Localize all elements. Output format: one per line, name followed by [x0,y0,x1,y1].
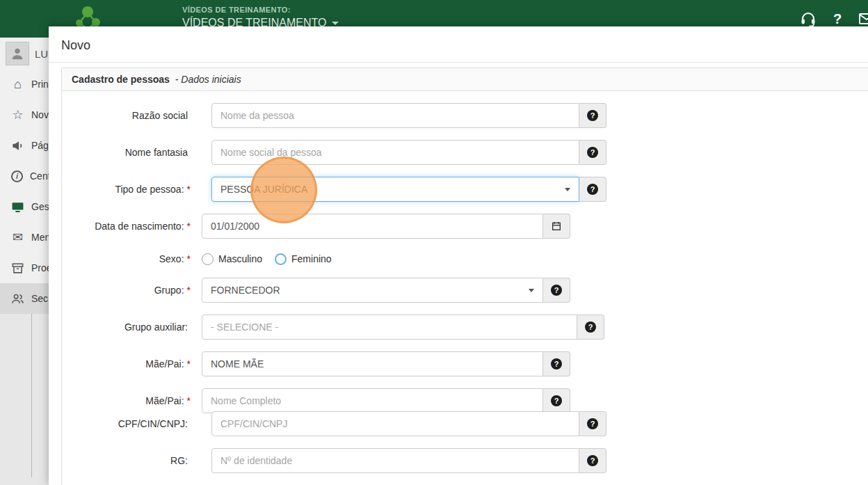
radio-icon [275,253,287,265]
training-videos-eyebrow: VÍDEOS DE TREINAMENTO: [182,6,339,14]
help-button[interactable]: ? [579,140,606,165]
help-button[interactable]: ? [579,411,606,436]
star-icon: ☆ [11,109,24,122]
question-icon: ? [551,395,562,406]
sidebar-item-mensagens[interactable]: ✉ Men [0,222,56,253]
radio-icon [202,253,214,265]
calendar-button[interactable] [543,214,570,239]
users-icon [11,292,24,305]
sidebar: LU ⌂ Prin ☆ Novo Pági i Cent Ges ✉ [0,38,56,485]
avatar [6,42,29,65]
sidebar-item-processos[interactable]: Proe [0,253,56,283]
cpf-label: CPF/CIN/CNPJ: [62,418,191,429]
question-icon: ? [585,321,596,333]
grupo-auxiliar-input[interactable] [202,315,577,340]
data-nascimento-input[interactable] [202,214,543,239]
megaphone-icon [11,139,24,152]
mail-icon[interactable] [858,10,868,27]
mae-pai-input-2[interactable] [202,388,543,413]
archive-icon [11,262,24,275]
data-nascimento-label: Data de nascimento:* [62,221,191,232]
user-profile[interactable]: LU [6,42,48,65]
help-button[interactable]: ? [579,448,606,473]
razao-social-label: Razão social [62,110,191,121]
sidebar-item-secretaria[interactable]: Sec [0,283,56,314]
user-name: LU [35,48,48,60]
help-button[interactable]: ? [543,351,570,376]
info-icon: i [11,170,23,182]
form-row-mae-pai-1: Mãe/Pai:* ? [62,351,868,376]
mae-pai-label: Mãe/Pai:* [62,358,191,369]
sexo-label: Sexo:* [62,253,191,264]
divider [49,62,868,63]
mail-icon: ✉ [11,231,24,244]
question-icon: ? [587,147,598,158]
question-icon: ? [551,358,562,369]
mae-pai-input-1[interactable] [202,351,543,376]
sidebar-item-pagina[interactable]: Pági [0,130,56,161]
sidebar-item-gestao[interactable]: Ges [0,191,56,222]
sidebar-submenu: ✎ [0,314,56,485]
panel-title: Cadastro de pessoas [72,74,170,85]
nome-fantasia-label: Nome fantasia [62,147,191,158]
question-icon: ? [587,455,598,466]
form-row-rg: RG: ? [62,448,868,473]
question-icon: ? [587,184,598,195]
tipo-pessoa-select[interactable]: PESSOA JURÍDICA [211,177,579,202]
help-button[interactable]: ? [579,103,606,128]
sidebar-item-novo[interactable]: ☆ Novo [0,100,56,130]
rg-input[interactable] [211,448,579,473]
help-button[interactable]: ? [577,315,604,340]
panel-header: Cadastro de pessoas - Dados iniciais [62,68,868,91]
form-row-tipo-pessoa: Tipo de pessoa:* PESSOA JURÍDICA ? [62,177,868,202]
help-button[interactable]: ? [543,388,570,413]
chevron-down-icon [529,289,534,292]
form-row-grupo-auxiliar: Grupo auxiliar: ? [62,315,868,340]
form-row-sexo: Sexo:* Masculino Feminino [62,251,868,267]
cpf-input[interactable] [211,411,579,436]
form-row-razao-social: Razão social ? [62,103,868,128]
calendar-icon [551,221,562,232]
novo-modal: Novo Cadastro de pessoas - Dados iniciai… [49,26,868,485]
cadastro-panel: Cadastro de pessoas - Dados iniciais Raz… [61,67,868,485]
form-row-nome-fantasia: Nome fantasia ? [62,140,868,165]
question-icon: ? [551,285,562,296]
monitor-icon [11,200,24,214]
tree-line [31,314,32,477]
support-icon[interactable] [800,10,817,27]
help-button[interactable]: ? [579,177,606,202]
help-button[interactable]: ? [543,278,570,303]
radio-masculino[interactable]: Masculino [202,253,262,265]
chevron-down-icon [332,22,339,25]
question-icon: ? [587,418,598,429]
tipo-pessoa-label: Tipo de pessoa:* [62,184,191,195]
panel-subtitle: - Dados iniciais [175,74,241,85]
help-icon[interactable]: ? [832,10,843,27]
question-icon: ? [587,110,598,121]
form-row-mae-pai-2: Mãe/Pai:* ? [62,388,868,413]
chevron-down-icon [565,188,570,191]
radio-feminino[interactable]: Feminino [275,253,332,265]
form-row-grupo: Grupo:* FORNECEDOR ? [62,278,868,303]
grupo-auxiliar-label: Grupo auxiliar: [62,321,191,333]
selected-value: FORNECEDOR [211,285,280,296]
sidebar-item-central[interactable]: i Cent [0,161,56,191]
razao-social-input[interactable] [211,103,579,128]
home-icon: ⌂ [11,78,24,91]
mae-pai-label: Mãe/Pai:* [62,395,191,406]
rg-label: RG: [62,455,191,466]
sidebar-item-principal[interactable]: ⌂ Prin [0,69,56,100]
form-row-cpf: CPF/CIN/CNPJ: ? [62,411,868,436]
form-row-data-nascimento: Data de nascimento:* [62,214,868,239]
form: Razão social ? Nome fantasia ? Tipo de p… [62,91,868,473]
nome-fantasia-input[interactable] [211,140,579,165]
modal-title: Novo [49,26,868,62]
selected-value: PESSOA JURÍDICA [220,184,307,195]
grupo-select[interactable]: FORNECEDOR [202,278,543,303]
grupo-label: Grupo:* [62,285,191,296]
